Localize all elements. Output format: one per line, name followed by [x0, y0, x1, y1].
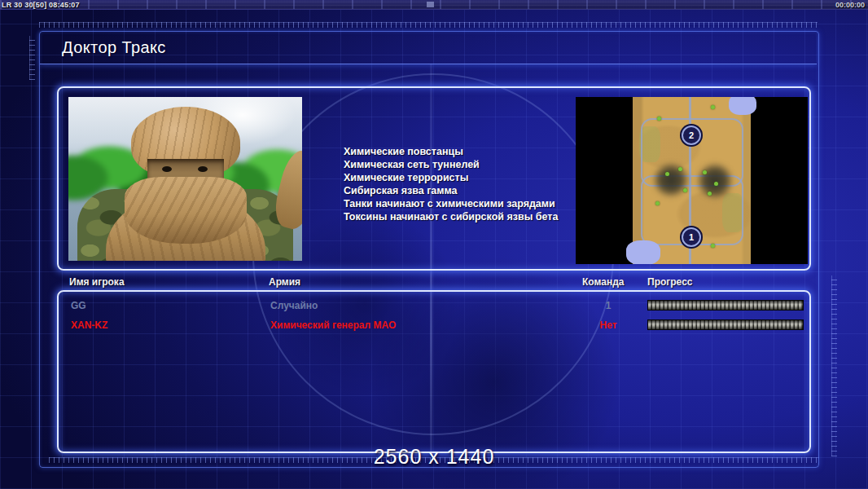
portrait-face-wrap [125, 177, 247, 244]
map-tree-dot [678, 167, 682, 171]
player-name: GG [71, 300, 86, 311]
player-army: Случайно [270, 300, 318, 311]
column-header-army: Армия [269, 276, 300, 288]
map-tree-dot [714, 182, 718, 186]
map-tree-dot [708, 192, 712, 196]
portrait-head [125, 107, 247, 244]
feature-item: Химическая сеть туннелей [344, 158, 558, 171]
fps-stats-overlay: LR 30 30[50] 08:45:07 [2, 1, 80, 9]
page-title: Доктор Тракс [62, 38, 166, 57]
players-panel: GG Случайно 1 XAN-KZ Химический генерал … [57, 290, 811, 453]
map-water-bottomleft [626, 240, 660, 264]
player-progress-fill [648, 301, 803, 310]
map-tree-dot [683, 188, 687, 192]
feature-item: Сибирская язва гамма [344, 184, 558, 197]
player-row: GG Случайно 1 [59, 298, 813, 313]
top-status-strip [0, 0, 868, 10]
map-tree-dot [711, 105, 715, 109]
map-tree-dot [655, 201, 660, 205]
spawn-marker-2-icon: 2 [682, 126, 701, 145]
faction-features-list: Химические повстанцы Химическая сеть тун… [344, 145, 558, 223]
title-bar: Доктор Тракс [40, 32, 817, 64]
player-row: XAN-KZ Химический генерал МАО Нет [59, 318, 813, 333]
map-tree-dot [665, 172, 669, 176]
feature-item: Химические террористы [344, 171, 558, 184]
map-water-topright [729, 97, 756, 115]
player-army: Химический генерал МАО [270, 319, 396, 331]
topstrip-highlight [427, 2, 434, 7]
map-scorch-left [652, 162, 690, 198]
column-header-player-name: Имя игрока [69, 276, 125, 288]
timer-overlay: 00:00:00 [835, 1, 865, 9]
spawn-marker-1-icon: 1 [682, 227, 701, 247]
player-name: XAN-KZ [71, 319, 107, 331]
map-tree-dot [703, 170, 707, 174]
player-team: Нет [580, 319, 637, 331]
portrait-eye-right [198, 166, 208, 172]
ruler-left [29, 36, 35, 80]
player-progress-bar [647, 300, 804, 311]
player-team: 1 [580, 300, 637, 311]
portrait-eyes [147, 159, 224, 178]
column-header-progress: Прогресс [647, 276, 692, 288]
player-progress-fill [648, 320, 803, 329]
feature-item: Танки начинают с химическими зарядами [344, 197, 558, 210]
ruler-right [831, 275, 837, 456]
map-tree-dot [657, 117, 661, 121]
portrait-eye-left [162, 166, 172, 172]
feature-item: Токсины начинают с сибирской язвы бета [344, 210, 558, 223]
map-tree-dot [711, 244, 715, 248]
map-terrain: 2 1 [633, 97, 751, 264]
column-header-team: Команда [582, 276, 624, 288]
resolution-label: 2560 x 1440 [0, 445, 868, 469]
map-scorch-right [696, 162, 734, 200]
general-info-panel: Химические повстанцы Химическая сеть тун… [57, 86, 811, 271]
general-portrait [68, 97, 302, 261]
ruler-top [39, 22, 818, 28]
map-preview: 2 1 [576, 97, 808, 264]
feature-item: Химические повстанцы [344, 145, 558, 158]
player-progress-bar [647, 319, 804, 330]
